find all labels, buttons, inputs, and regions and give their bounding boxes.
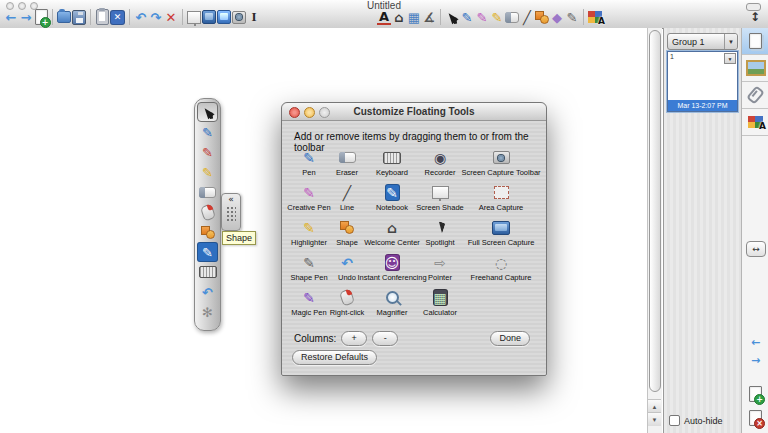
house-icon: ⌂ <box>387 219 397 236</box>
vertical-scrollbar[interactable]: ▲ ▼ <box>647 28 662 433</box>
save-button[interactable] <box>72 8 86 26</box>
tool-item-spotlight[interactable]: Spotlight <box>418 219 462 247</box>
tool-item-keyboard[interactable]: Keyboard <box>366 149 418 177</box>
tool-item-shape[interactable]: Shape <box>328 219 366 247</box>
tool-item-calculator[interactable]: ▦Calculator <box>418 289 462 317</box>
floating-pen-tool[interactable]: ✎ <box>197 122 218 142</box>
select-tool-button[interactable] <box>445 8 459 26</box>
scroll-up-button[interactable]: ▲ <box>648 399 661 413</box>
page-thumbnail[interactable]: 1 ▼ Mar 13-2:07 PM <box>667 51 738 112</box>
floating-undo-tool[interactable]: ↶ <box>197 282 218 302</box>
add-page-button[interactable] <box>34 8 48 26</box>
floating-select-tool[interactable] <box>197 102 218 122</box>
ibeam-tool-button[interactable]: I <box>247 8 261 26</box>
floating-customize-tool[interactable]: ✻ <box>197 302 218 322</box>
tool-item-right-click[interactable]: Right-click <box>328 289 366 317</box>
dialog-minimize-button[interactable] <box>304 107 315 118</box>
move-sidebar-button[interactable]: ↔ <box>746 241 766 257</box>
redo-button[interactable]: ↷ <box>149 8 163 26</box>
move-toolbar-button[interactable]: ↕ <box>747 8 763 26</box>
tool-item-notebook[interactable]: ✎Notebook <box>366 184 418 212</box>
floating-toolbar-handle[interactable]: « <box>221 193 241 231</box>
creative-pen-button[interactable]: ✎ <box>475 8 489 26</box>
tool-item-shape-pen[interactable]: ✎Shape Pen <box>290 254 328 282</box>
floating-highlighter-tool[interactable]: ✎ <box>197 162 218 182</box>
screen-shade-button[interactable] <box>187 8 201 26</box>
scrollbar-thumb[interactable] <box>649 30 661 392</box>
tool-label: Keyboard <box>376 168 408 177</box>
restore-defaults-button[interactable]: Restore Defaults <box>292 350 377 365</box>
eraser-button[interactable] <box>505 8 519 26</box>
line-tool-button[interactable]: ╱ <box>520 8 534 26</box>
done-button[interactable]: Done <box>490 331 530 346</box>
tool-item-area-capture[interactable]: Area Capture <box>462 184 540 212</box>
tool-item-freehand-capture[interactable]: ◌Freehand Capture <box>462 254 540 282</box>
empty-cell <box>462 289 540 317</box>
tool-item-creative-pen[interactable]: ✎Creative Pen <box>290 184 328 212</box>
floating-tools-toolbar: ✎ ✎ ✎ ✎ ↶ ✻ <box>194 98 221 331</box>
tool-item-instant-conferencing[interactable]: ☺Instant Conferencing <box>366 254 418 282</box>
open-file-button[interactable] <box>57 8 71 26</box>
tool-item-line[interactable]: ╱Line <box>328 184 366 212</box>
group-dropdown-button[interactable]: Group 1 ▼ <box>667 33 738 50</box>
add-page-small-button[interactable] <box>742 386 768 402</box>
shape-recognition-pen-button[interactable]: ✎ <box>565 8 579 26</box>
columns-minus-button[interactable]: - <box>372 331 398 346</box>
polygon-button[interactable]: ◆ <box>550 8 564 26</box>
tool-item-recorder[interactable]: ◉Recorder <box>418 149 462 177</box>
pen-tool-button[interactable]: ✎ <box>460 8 474 26</box>
tool-item-screen-shade[interactable]: Screen Shade <box>418 184 462 212</box>
dual-display-button[interactable] <box>217 8 231 26</box>
tool-item-pen[interactable]: ✎Pen <box>290 149 328 177</box>
next-page-button[interactable]: → <box>19 8 33 26</box>
auto-hide-control[interactable]: Auto-hide <box>669 415 723 426</box>
properties-button[interactable] <box>588 8 602 26</box>
delete-button[interactable]: ✕ <box>164 8 178 26</box>
floating-notebook-tool[interactable]: ✎ <box>197 242 218 262</box>
highlighter-button[interactable]: ✎ <box>490 8 504 26</box>
floating-right-click-tool[interactable] <box>197 202 218 222</box>
tools-button[interactable]: ✕ <box>110 10 125 25</box>
tool-item-screen-capture-toolbar[interactable]: Screen Capture Toolbar <box>462 149 540 177</box>
delete-page-small-button[interactable] <box>742 410 768 426</box>
fonts-button[interactable]: A <box>377 10 391 25</box>
next-page-small-button[interactable]: → <box>742 354 768 367</box>
full-screen-button[interactable] <box>202 8 216 26</box>
floating-keyboard-tool[interactable] <box>197 262 218 282</box>
tool-item-magic-pen[interactable]: ✎Magic Pen <box>290 289 328 317</box>
tab-attachments[interactable] <box>742 82 768 109</box>
tool-item-eraser[interactable]: Eraser <box>328 149 366 177</box>
floating-pen2-tool[interactable]: ✎ <box>197 142 218 162</box>
gallery-button[interactable]: ⌂ <box>392 8 406 26</box>
tool-item-highlighter[interactable]: ✎Highlighter <box>290 219 328 247</box>
floating-shape-tool[interactable] <box>197 222 218 242</box>
shapes-button[interactable] <box>535 8 549 26</box>
floating-eraser-tool[interactable] <box>197 182 218 202</box>
tools-grid: ✎Pen Eraser Keyboard ◉Recorder Screen Ca… <box>290 149 540 324</box>
dialog-title-bar[interactable]: Customize Floating Tools <box>282 103 546 121</box>
tool-item-full-screen-capture[interactable]: Full Screen Capture <box>462 219 540 247</box>
shape-pen-icon: ✎ <box>303 254 315 271</box>
dialog-close-button[interactable] <box>289 107 300 118</box>
screen-capture-button[interactable] <box>232 8 246 26</box>
previous-page-button[interactable]: ← <box>4 8 18 26</box>
tab-page-sorter[interactable] <box>742 28 768 55</box>
drag-grip-icon[interactable] <box>226 206 236 222</box>
auto-hide-checkbox[interactable] <box>669 415 680 426</box>
measurement-tools-button[interactable]: ∡ <box>422 8 436 26</box>
paste-button[interactable] <box>95 8 109 26</box>
tool-item-pointer[interactable]: ⇨Pointer <box>418 254 462 282</box>
collapse-icon[interactable]: « <box>222 194 240 205</box>
undo-button[interactable]: ↶ <box>134 8 148 26</box>
columns-plus-button[interactable]: + <box>341 331 367 346</box>
tab-gallery[interactable] <box>742 55 768 82</box>
dialog-traffic-lights[interactable] <box>289 107 330 118</box>
previous-page-small-button[interactable]: ← <box>742 336 768 349</box>
group-dropdown-label: Group 1 <box>668 37 724 47</box>
tab-properties[interactable] <box>742 109 768 136</box>
tool-item-magnifier[interactable]: Magnifier <box>366 289 418 317</box>
tool-item-welcome-center[interactable]: ⌂Welcome Center <box>366 219 418 247</box>
table-button[interactable]: ▦ <box>407 8 421 26</box>
page-menu-button[interactable]: ▼ <box>724 53 736 64</box>
scroll-down-button[interactable]: ▼ <box>648 412 661 426</box>
